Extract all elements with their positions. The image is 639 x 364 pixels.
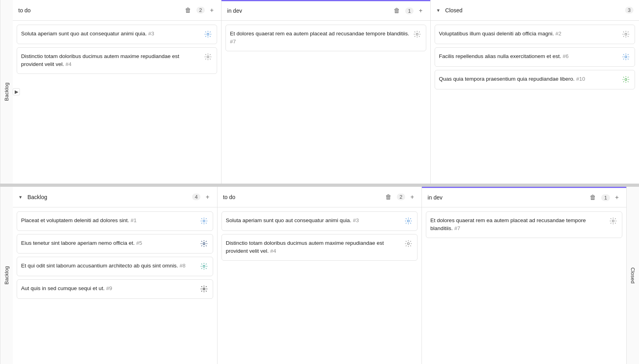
card-3[interactable]: Soluta aperiam sunt quo aut consequatur …: [17, 25, 217, 44]
svg-point-10: [408, 220, 410, 222]
bottom-right-sidebar-label: Closed: [626, 187, 639, 364]
card-b-4[interactable]: Distinctio totam doloribus ducimus autem…: [221, 234, 418, 261]
card-b-9-id: #9: [106, 285, 112, 291]
column-indev: in dev 🗑 1 + Et dolores quaerat rem ea a…: [221, 0, 430, 184]
column-indev-bottom-count: 1: [601, 194, 610, 201]
column-todo: to do 🗑 2 + Soluta aperiam sunt quo aut …: [13, 0, 221, 184]
svg-point-6: [203, 220, 205, 222]
svg-point-4: [625, 56, 627, 58]
column-indev-count: 1: [405, 8, 414, 14]
card-b-9[interactable]: Aut quis in sed cumque sequi et ut. #9: [17, 279, 213, 299]
card-b-7-icon: [609, 217, 618, 226]
card-b-1-text: Placeat et voluptatem deleniti ad dolore…: [21, 217, 197, 225]
card-10-text: Quas quia tempora praesentium quia repud…: [439, 75, 619, 83]
column-todo-header: to do 🗑 2 +: [13, 0, 221, 21]
card-b-1[interactable]: Placeat et voluptatem deleniti ad dolore…: [17, 211, 213, 231]
card-6[interactable]: Facilis repellendus alias nulla exercita…: [435, 47, 635, 67]
column-indev-add[interactable]: +: [417, 6, 424, 15]
bottom-section: Backlog ▼ Backlog 4 + Placeat et volupta…: [0, 187, 639, 364]
card-10-id: #10: [576, 76, 585, 82]
column-todo-bottom-delete[interactable]: 🗑: [383, 193, 394, 201]
svg-point-11: [408, 243, 410, 245]
column-indev-bottom-header: in dev 🗑 1 +: [422, 187, 626, 207]
column-backlog-count: 4: [192, 194, 200, 200]
card-6-id: #6: [563, 53, 569, 59]
card-4-icon: [204, 53, 213, 62]
column-closed-header: ▼ Closed 3: [431, 0, 639, 21]
column-indev-title: in dev: [227, 8, 388, 14]
top-columns-area: to do 🗑 2 + Soluta aperiam sunt quo aut …: [13, 0, 639, 184]
svg-point-8: [203, 265, 205, 267]
card-b-9-text: Aut quis in sed cumque sequi et ut. #9: [21, 285, 197, 292]
card-2-text: Voluptatibus illum quasi deleniti ab off…: [439, 30, 619, 38]
column-indev-body: Et dolores quaerat rem ea autem placeat …: [221, 21, 430, 184]
column-todo-add[interactable]: +: [208, 6, 216, 15]
card-3-icon: [204, 30, 213, 39]
card-7-icon: [413, 30, 422, 39]
card-b-5[interactable]: Eius tenetur sint labore aperiam nemo of…: [17, 234, 213, 254]
column-closed-count: 3: [625, 7, 633, 14]
column-backlog-header: ▼ Backlog 4 +: [13, 187, 217, 207]
closed-chevron[interactable]: ▼: [436, 8, 441, 13]
trash-icon-indev: 🗑: [394, 7, 400, 14]
column-backlog-add[interactable]: +: [204, 193, 211, 201]
card-b-7[interactable]: Et dolores quaerat rem ea autem placeat …: [426, 211, 622, 238]
card-b-8-id: #8: [179, 263, 185, 269]
column-indev-bottom-delete[interactable]: 🗑: [588, 193, 598, 202]
svg-point-9: [203, 288, 205, 290]
top-section: Backlog ▶ to do 🗑 2 + Soluta aperiam sun: [0, 0, 639, 187]
card-3-id: #3: [148, 31, 154, 37]
column-todo-bottom-header: to do 🗑 2 +: [218, 187, 422, 207]
column-backlog-title: Backlog: [27, 194, 107, 200]
card-2[interactable]: Voluptatibus illum quasi deleniti ab off…: [435, 25, 635, 44]
card-7-id: #7: [230, 39, 236, 45]
column-closed: ▼ Closed 3 Voluptatibus illum quasi dele…: [431, 0, 639, 184]
column-todo-bottom-title: to do: [223, 194, 380, 200]
svg-point-12: [612, 220, 614, 222]
card-b-7-text: Et dolores quaerat rem ea autem placeat …: [430, 217, 606, 233]
bottom-columns-area: ▼ Backlog 4 + Placeat et voluptatem dele…: [13, 187, 626, 364]
trash-icon: 🗑: [185, 7, 191, 14]
card-b-3-text: Soluta aperiam sunt quo aut consequatur …: [226, 217, 402, 225]
card-4[interactable]: Distinctio totam doloribus ducimus autem…: [17, 47, 217, 74]
top-expand-arrow[interactable]: ▶: [13, 88, 20, 95]
card-b-3-id: #3: [353, 217, 359, 223]
card-4-text: Distinctio totam doloribus ducimus autem…: [21, 52, 201, 69]
top-sidebar-label: Backlog: [0, 0, 13, 184]
card-7[interactable]: Et dolores quaerat rem ea autem placeat …: [225, 25, 426, 51]
column-backlog-body: Placeat et voluptatem deleniti ad dolore…: [13, 207, 217, 364]
main-container: Backlog ▶ to do 🗑 2 + Soluta aperiam sun: [0, 0, 639, 364]
card-b-5-icon: [200, 240, 209, 248]
svg-point-2: [416, 33, 418, 35]
column-todo-delete[interactable]: 🗑: [183, 6, 193, 15]
card-b-5-id: #5: [136, 240, 142, 246]
column-closed-title: Closed: [445, 7, 532, 14]
backlog-chevron[interactable]: ▼: [18, 195, 23, 199]
card-6-text: Facilis repellendus alias nulla exercita…: [439, 52, 619, 60]
card-b-5-text: Eius tenetur sint labore aperiam nemo of…: [21, 239, 197, 247]
card-6-icon: [622, 53, 631, 62]
svg-point-3: [625, 33, 627, 35]
card-b-8-text: Et qui odit sint laborum accusantium arc…: [21, 262, 197, 270]
card-b-4-icon: [404, 240, 413, 248]
card-b-8-icon: [200, 262, 209, 271]
card-b-4-text: Distinctio totam doloribus ducimus autem…: [226, 239, 402, 256]
column-indev-bottom: in dev 🗑 1 + Et dolores quaerat rem ea a…: [422, 187, 626, 364]
card-7-text: Et dolores quaerat rem ea autem placeat …: [230, 30, 410, 46]
card-b-9-icon: [200, 285, 209, 294]
card-b-3[interactable]: Soluta aperiam sunt quo aut consequatur …: [221, 211, 418, 231]
column-todo-count: 2: [196, 7, 205, 14]
card-10[interactable]: Quas quia tempora praesentium quia repud…: [435, 70, 635, 89]
column-indev-delete[interactable]: 🗑: [392, 6, 402, 15]
card-b-8[interactable]: Et qui odit sint laborum accusantium arc…: [17, 257, 213, 276]
svg-point-1: [207, 56, 209, 58]
card-2-id: #2: [555, 31, 561, 37]
card-2-icon: [622, 30, 631, 39]
column-todo-bottom-add[interactable]: +: [408, 193, 416, 201]
bottom-sidebar-label: Backlog: [0, 187, 13, 364]
trash-icon-indev-b: 🗑: [590, 194, 596, 201]
card-b-1-id: #1: [130, 217, 136, 223]
column-todo-bottom-body: Soluta aperiam sunt quo aut consequatur …: [218, 207, 422, 364]
column-indev-bottom-add[interactable]: +: [613, 193, 621, 202]
column-indev-header: in dev 🗑 1 +: [221, 0, 430, 21]
